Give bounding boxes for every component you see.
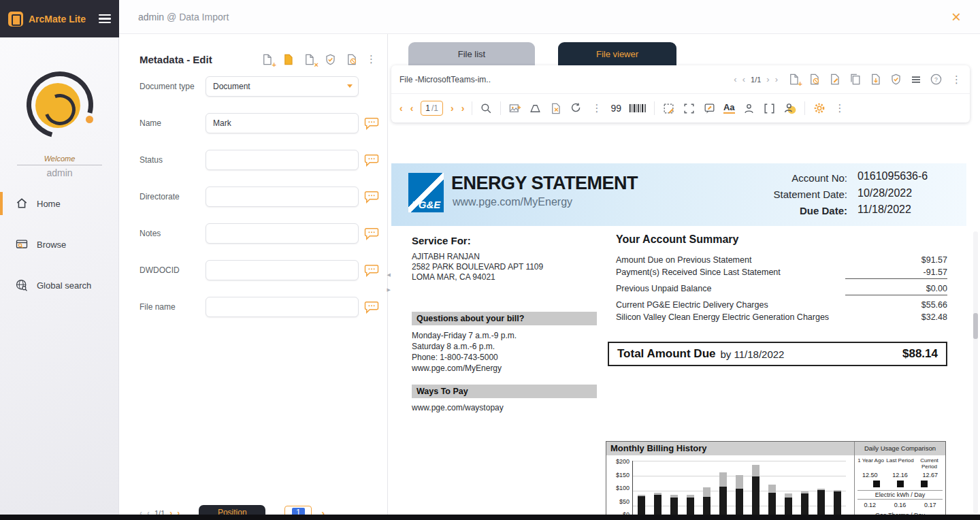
sidebar-item-label: Home [37,199,61,209]
field-label: Name [140,118,206,128]
sidebar-item-browse[interactable]: Browse [0,231,119,257]
highlight-person-icon[interactable] [783,101,797,115]
total-label: Total Amount Due [617,347,715,361]
field-label: Status [140,155,206,165]
field-label: DWDOCID [140,265,206,275]
file-label: File -MicrosoftTeams-im.. [399,75,734,84]
due-date-label: Due Date: [701,203,847,219]
app-window: ArcMate Lite Welcome admin Home Browse G… [0,0,980,520]
directorate-input[interactable] [206,186,359,207]
edit-file-icon[interactable] [828,73,841,86]
rotate-page-icon[interactable] [570,102,583,115]
prev-file-icon[interactable]: ‹ [742,74,745,84]
field-document-type: Document type Document [140,76,387,97]
first-file-icon[interactable]: ‹ [734,74,736,84]
doc-page-input[interactable]: 1 /1 [421,101,443,116]
questions-line: www.pge.com/MyEnergy [412,363,517,374]
next-file-icon[interactable]: › [766,74,769,84]
toolbar-more-menu[interactable]: ⋮ [834,102,847,114]
delete-file-icon[interactable] [808,73,821,86]
summary-row: Silicon Valley Clean Energy Electric Gen… [616,311,947,323]
welcome-divider [17,165,102,165]
scrollbar-thumb[interactable] [973,313,978,339]
doc-page-current: 1 [425,103,430,113]
status-input[interactable] [206,150,359,170]
list-menu-icon[interactable] [910,74,922,86]
name-input[interactable] [206,113,359,133]
comment-bubble-icon[interactable] [364,117,379,130]
text-annotation-icon[interactable]: Aa [723,103,735,114]
comment-bubble-icon[interactable] [364,264,379,277]
insert-image-icon[interactable] [508,102,521,115]
questions-line: Phone: 1-800-743-5000 [412,352,517,363]
export-file-icon[interactable] [869,73,882,86]
tab-file-viewer[interactable]: File viewer [558,42,676,65]
comment-bubble-icon[interactable] [364,227,379,240]
file-name-input[interactable] [206,297,359,317]
service-addr2: LOMA MAR, CA 94021 [412,272,543,282]
chart-bar [715,461,731,520]
add-document-icon[interactable]: + [259,52,274,67]
comment-bubble-icon[interactable] [364,301,379,314]
panel-splitter[interactable]: ◀▶ [387,272,391,293]
focus-brackets-icon[interactable] [763,102,776,115]
tab-file-list[interactable]: File list [408,42,535,65]
chart-bar [829,461,845,520]
expand-right-icon[interactable]: ▶ [387,287,391,293]
doc-last-page-icon[interactable]: › [461,103,465,114]
du-electric-label: Electric kWh / Day [858,490,943,500]
globe-search-icon [15,278,29,292]
topbar: admin @ Data Import × [119,0,980,34]
chart-bar [747,461,764,520]
field-status: Status [140,150,387,170]
total-amount-due: Total Amount Due by 11/18/2022 $88.14 [608,342,947,366]
redact-person-icon[interactable] [742,102,755,115]
hamburger-menu-icon[interactable] [99,14,111,24]
clear-document-icon[interactable] [344,52,359,67]
avatar [0,71,119,138]
file-page-indicator: 1/1 [751,76,761,84]
due-date-value: 11/18/2022 [858,201,960,218]
zoom-search-icon[interactable] [480,102,493,115]
document-scrollbar[interactable] [973,231,978,513]
help-icon[interactable]: ? [930,73,943,86]
dwdocid-input[interactable] [206,260,359,280]
validate-shield-icon[interactable] [323,52,338,67]
topbar-context: @ Data Import [164,12,229,22]
comment-bubble-icon[interactable] [364,154,379,167]
settings-gear-icon[interactable] [813,101,826,115]
select-region-icon[interactable] [662,102,675,115]
last-file-icon[interactable]: › [775,74,778,84]
statement-header-labels: Account No: Statement Date: Due Date: [701,170,847,219]
collapse-left-icon[interactable]: ◀ [387,272,391,278]
copy-file-icon[interactable] [849,73,862,86]
notes-input[interactable] [206,223,359,244]
rotate-options-menu[interactable]: ⋮ [590,102,603,114]
sidebar-item-global-search[interactable]: Global search [0,272,119,298]
du-col-3: Current Period [915,457,944,470]
remove-document-icon[interactable]: × [301,52,316,67]
du-col-1: 1 Year Ago [856,457,885,470]
document-type-select[interactable]: Document [206,76,359,97]
doc-next-page-icon[interactable]: › [451,103,454,114]
save-document-icon[interactable] [280,52,295,67]
daily-usage-comparison: Daily Usage Comparison 1 Year Ago Last P… [855,442,945,520]
viewer-more-menu[interactable]: ⋮ [950,74,963,86]
shield-icon[interactable] [889,73,902,86]
doc-first-page-icon[interactable]: ‹ [399,103,403,114]
doc-prev-page-icon[interactable]: ‹ [410,103,414,114]
metadata-more-menu[interactable]: ⋮ [365,53,378,65]
close-icon[interactable]: × [951,9,961,25]
trim-page-icon[interactable] [529,102,542,115]
annotation-note-icon[interactable] [703,102,716,115]
barcode-icon[interactable] [629,103,647,114]
comment-bubble-icon[interactable] [364,191,379,204]
field-file-name: File name [140,297,387,317]
statement-header: PG&E ENERGY STATEMENT www.pge.com/MyEner… [391,163,966,226]
mark-area-icon[interactable] [683,102,696,115]
delete-page-icon[interactable] [549,102,562,115]
add-file-icon[interactable]: + [787,73,800,86]
sidebar-item-home[interactable]: Home [0,191,119,216]
document-viewport[interactable]: PG&E ENERGY STATEMENT www.pge.com/MyEner… [388,129,980,520]
energy-statement-document: PG&E ENERGY STATEMENT www.pge.com/MyEner… [391,163,966,520]
